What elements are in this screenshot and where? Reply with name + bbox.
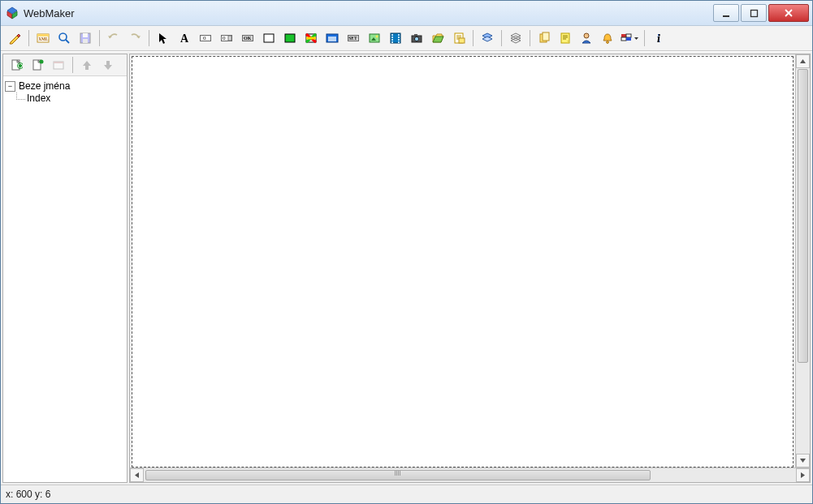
tree-collapse-icon[interactable]: − xyxy=(5,81,15,92)
svg-rect-30 xyxy=(398,34,400,36)
scroll-left-arrow[interactable] xyxy=(130,468,144,482)
image-icon xyxy=(368,32,381,45)
tree-child-label: Index xyxy=(27,93,50,104)
svg-rect-10 xyxy=(83,39,88,43)
film-icon xyxy=(389,32,402,45)
maximize-button[interactable] xyxy=(741,4,767,22)
svg-text:0: 0 xyxy=(203,35,206,41)
svg-rect-29 xyxy=(391,34,393,36)
project-tree[interactable]: − Beze jména Index xyxy=(3,76,127,107)
edit-tool[interactable] xyxy=(5,28,24,48)
user-tool[interactable] xyxy=(577,28,596,48)
svg-text:i: i xyxy=(657,32,660,45)
rectgreen-icon xyxy=(283,32,296,45)
uparrow-icon xyxy=(80,58,93,71)
svg-text:SET: SET xyxy=(348,36,357,41)
scroll-right-arrow[interactable] xyxy=(796,468,810,482)
text-tool[interactable]: A xyxy=(175,28,194,48)
frame-tool[interactable] xyxy=(322,28,342,48)
rainbow-icon xyxy=(305,32,318,45)
scroll-up-arrow[interactable] xyxy=(796,54,810,68)
vertical-scrollbar[interactable] xyxy=(795,54,810,467)
svg-rect-31 xyxy=(391,37,393,38)
svg-rect-20 xyxy=(285,34,295,42)
undo[interactable] xyxy=(104,28,123,48)
dropdown-arrow-icon xyxy=(634,32,639,45)
svg-point-45 xyxy=(584,33,589,38)
tree-root-row[interactable]: − Beze jména xyxy=(5,80,125,93)
svg-rect-23 xyxy=(328,37,336,41)
sidebar-toolbar xyxy=(3,54,127,76)
ok-button-tool[interactable]: OK xyxy=(238,28,257,48)
preview[interactable] xyxy=(54,28,74,48)
svg-rect-41 xyxy=(459,38,465,43)
minimize-button[interactable] xyxy=(713,4,739,22)
numeric-field[interactable]: 0 xyxy=(196,28,215,48)
design-canvas[interactable] xyxy=(132,56,794,467)
new-page-2[interactable] xyxy=(28,55,47,75)
stack-tool[interactable] xyxy=(506,28,525,48)
image-tool[interactable] xyxy=(365,28,384,48)
window-title: WebMaker xyxy=(24,7,711,19)
camera-tool[interactable] xyxy=(407,28,426,48)
flag-icon xyxy=(620,32,633,45)
close-button[interactable] xyxy=(768,4,809,22)
boxnum2-icon: 0 xyxy=(220,32,233,45)
delete[interactable] xyxy=(49,55,68,75)
bell-tool[interactable] xyxy=(598,28,617,48)
canvas-area xyxy=(129,54,811,483)
svg-point-39 xyxy=(414,37,418,41)
vertical-scroll-thumb[interactable] xyxy=(798,69,808,363)
copy-tool[interactable] xyxy=(534,28,554,48)
svg-rect-43 xyxy=(543,32,549,41)
svg-rect-49 xyxy=(621,37,626,41)
svg-rect-32 xyxy=(398,37,400,38)
arrow-icon xyxy=(157,32,170,45)
svg-point-57 xyxy=(40,60,44,64)
move-up[interactable] xyxy=(77,55,97,75)
downarrow-icon xyxy=(102,58,115,71)
info-tool[interactable]: ii xyxy=(649,28,668,48)
app-icon xyxy=(6,6,19,19)
camera-icon xyxy=(410,32,423,45)
save-icon xyxy=(79,32,92,45)
panel-tool[interactable] xyxy=(259,28,279,48)
script-icon xyxy=(452,32,465,45)
color-panel[interactable] xyxy=(280,28,300,48)
titlebar[interactable]: WebMaker xyxy=(1,1,812,26)
svg-rect-26 xyxy=(370,34,379,42)
horizontal-scroll-thumb[interactable] xyxy=(145,470,651,480)
redo-icon xyxy=(128,32,141,45)
ok-icon: OK xyxy=(241,32,254,45)
user-icon xyxy=(580,32,593,45)
svg-rect-34 xyxy=(398,39,400,41)
video-tool[interactable] xyxy=(386,28,405,48)
status-coordinates: x: 600 y: 6 xyxy=(6,489,50,500)
horizontal-scrollbar[interactable] xyxy=(130,467,810,482)
set-tool[interactable]: SET xyxy=(344,28,363,48)
numeric-field-2[interactable]: 0 xyxy=(217,28,236,48)
move-down[interactable] xyxy=(98,55,118,75)
svg-rect-4 xyxy=(750,10,757,16)
project-sidebar: − Beze jména Index xyxy=(2,54,128,483)
xml-icon: XML xyxy=(37,32,50,45)
svg-rect-36 xyxy=(398,41,400,43)
save[interactable] xyxy=(76,28,95,48)
redo[interactable] xyxy=(125,28,145,48)
tree-child-row[interactable]: Index xyxy=(16,93,125,104)
script-tool[interactable] xyxy=(449,28,469,48)
open-tool[interactable] xyxy=(428,28,448,48)
sheets-icon xyxy=(538,32,551,45)
layers-tool[interactable] xyxy=(478,28,497,48)
svg-rect-9 xyxy=(83,33,88,37)
note-tool[interactable] xyxy=(556,28,575,48)
app-window: WebMaker XMLA00OKSETii − Beze jména xyxy=(0,0,813,504)
flag-tool[interactable] xyxy=(619,28,640,48)
gradient-tool[interactable] xyxy=(301,28,321,48)
openfolder-icon xyxy=(431,32,444,45)
select-tool[interactable] xyxy=(154,28,173,48)
generate-xml[interactable]: XML xyxy=(33,28,53,48)
scroll-down-arrow[interactable] xyxy=(796,454,810,467)
new-page[interactable] xyxy=(6,55,26,75)
info-icon: ii xyxy=(652,32,665,45)
